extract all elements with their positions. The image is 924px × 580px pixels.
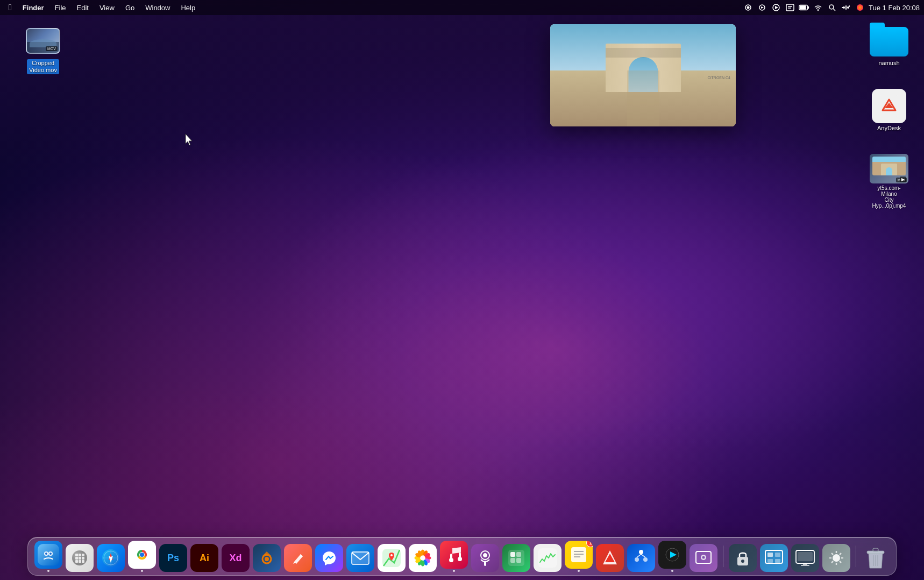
desktop-icon-anydesk[interactable]: AnyDesk [862, 89, 916, 132]
svg-point-97 [702, 556, 705, 559]
finder-menu-app[interactable]: Finder [18, 3, 48, 13]
xd-app-icon: Xd [222, 544, 250, 572]
file-menu[interactable]: File [51, 3, 70, 13]
dock-item-pencil[interactable]: Pencil [284, 544, 312, 572]
dock-item-podcasts[interactable]: Podcasts [471, 544, 499, 572]
battery-icon[interactable] [799, 2, 809, 13]
dock-item-fcpx[interactable]: Final Cut Pro [658, 541, 686, 572]
dock-item-gitapp[interactable]: Git App [596, 544, 624, 572]
svg-point-20 [857, 4, 863, 11]
dock-item-activity-monitor[interactable]: Activity Monitor [534, 544, 561, 572]
siri-icon[interactable] [855, 2, 865, 13]
dock-item-finder[interactable]: Finder [34, 541, 62, 572]
menubar-time[interactable]: Tue 1 Feb 20:08 [869, 4, 920, 12]
dock-item-blender[interactable]: Blender [253, 544, 281, 572]
svg-point-99 [741, 560, 744, 563]
mouse-cursor [184, 133, 195, 147]
svg-line-91 [641, 554, 645, 557]
svg-rect-32 [82, 554, 84, 556]
dock-separator-2 [856, 546, 856, 567]
wifi-icon[interactable] [813, 2, 823, 13]
netnewswire-icon[interactable] [785, 2, 795, 13]
window-menu[interactable]: Window [141, 3, 174, 13]
search-icon[interactable] [827, 2, 837, 13]
dock-item-chrome[interactable]: Google Chrome [128, 541, 156, 572]
maps-app-icon [378, 544, 406, 572]
help-menu[interactable]: Help [176, 3, 200, 13]
video-preview-window[interactable]: CITROËN C4 [550, 24, 736, 126]
namush-label: namush [877, 59, 901, 67]
dock-item-launchpad[interactable]: Launchpad [66, 544, 94, 572]
svg-rect-81 [571, 547, 586, 562]
dock-item-notes[interactable]: Notes 1 [565, 541, 593, 572]
dock-item-maps[interactable]: Maps [378, 544, 406, 572]
anydesk-label: AnyDesk [876, 124, 902, 132]
svg-point-56 [390, 554, 393, 556]
video-preview-content: CITROËN C4 [550, 24, 736, 126]
svg-marker-5 [775, 6, 778, 9]
svg-rect-78 [510, 558, 515, 563]
fcpx-running-dot [671, 570, 673, 572]
anydesk-app-icon [872, 89, 906, 123]
dock-item-photos[interactable]: Photos [409, 544, 437, 572]
svg-rect-74 [484, 561, 486, 566]
svg-rect-104 [775, 559, 780, 563]
svg-rect-24 [38, 544, 59, 565]
dock-item-numbers[interactable]: Numbers [502, 544, 530, 572]
play-icon[interactable] [771, 2, 781, 13]
go-menu[interactable]: Go [121, 3, 139, 13]
safari-app-icon [97, 544, 125, 572]
blender-app-icon [253, 544, 281, 572]
dock-item-screenium[interactable]: Screenium [690, 544, 717, 572]
dock-item-xd[interactable]: Adobe XD Xd [222, 544, 250, 572]
svg-line-14 [833, 9, 835, 11]
dock-item-system[interactable]: System [822, 544, 850, 572]
svg-point-28 [49, 553, 52, 555]
mp4-video-icon: MP4 [870, 154, 908, 183]
svg-rect-11 [807, 6, 809, 9]
notes-running-dot [578, 570, 580, 572]
finder-running-dot [47, 570, 49, 572]
menubar-left:  Finder File Edit View Go Window Help [4, 3, 200, 13]
svg-rect-77 [516, 552, 521, 557]
video-file-icon: MOV [26, 24, 60, 58]
dock-item-keyaccess[interactable]: KeyAccess [729, 544, 757, 572]
desktop-icon-cropped-video[interactable]: MOV CroppedVideo.mov [22, 22, 65, 76]
dock-item-illustrator[interactable]: Illustrator Ai [190, 544, 218, 572]
control-center-icon[interactable] [841, 2, 851, 13]
dock: Finder Launchpad Safari [27, 537, 897, 576]
apple-menu[interactable]:  [4, 3, 16, 12]
chrome-app-icon [128, 541, 156, 569]
svg-rect-30 [75, 554, 78, 556]
fcpx-app-icon [658, 541, 686, 569]
view-menu[interactable]: View [95, 3, 119, 13]
svg-line-115 [840, 561, 841, 563]
dock-item-messenger[interactable]: Messenger [315, 544, 343, 572]
keyaccess-app-icon [729, 544, 757, 572]
record-icon[interactable] [743, 2, 754, 13]
desktop-icon-namush[interactable]: namush [862, 27, 916, 67]
svg-rect-79 [516, 558, 521, 563]
dock-item-music[interactable]: Music [440, 541, 468, 572]
desktop-icon-milano-video[interactable]: MP4 yt5s.com-MilanoCity Hyp...0p).mp4 [862, 154, 916, 209]
dock-item-mail[interactable]: Mail [346, 544, 374, 572]
svg-point-109 [833, 554, 840, 562]
dock-item-trash[interactable]: Trash [862, 544, 890, 572]
dock-item-sourcetree[interactable]: SourceTree [627, 544, 655, 572]
svg-point-72 [458, 557, 462, 561]
screenrecord-icon[interactable] [757, 2, 767, 13]
folder-icon-namush [870, 27, 908, 58]
svg-rect-34 [79, 557, 81, 560]
numbers-app-icon [502, 544, 530, 572]
edit-menu[interactable]: Edit [73, 3, 93, 13]
dock-item-resolution[interactable]: Resolution [760, 544, 788, 572]
podcasts-app-icon [471, 544, 499, 572]
music-app-icon [440, 541, 468, 569]
svg-rect-31 [79, 554, 81, 556]
dock-item-safari[interactable]: Safari [97, 544, 125, 572]
svg-rect-75 [508, 550, 524, 566]
milano-video-label: yt5s.com-MilanoCity Hyp...0p).mp4 [869, 185, 909, 209]
illustrator-app-icon: Ai [190, 544, 218, 572]
dock-item-displays[interactable]: Displays [791, 544, 819, 572]
dock-item-photoshop[interactable]: Photoshop Ps [159, 544, 187, 572]
